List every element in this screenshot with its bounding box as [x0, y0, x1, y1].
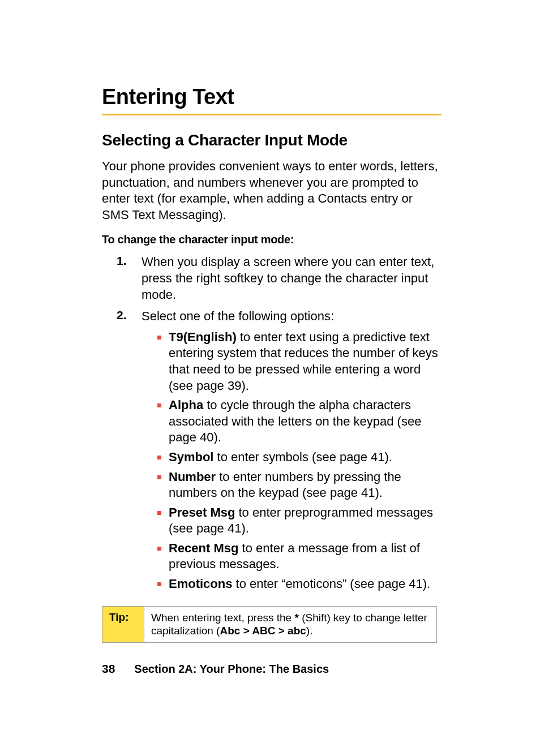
page-heading: Entering Text: [102, 85, 441, 109]
procedure-title: To change the character input mode:: [102, 233, 441, 246]
steps-list: 1. When you display a screen where you c…: [102, 254, 441, 595]
tip-label: Tip:: [102, 607, 144, 643]
intro-paragraph: Your phone provides convenient ways to e…: [102, 158, 441, 223]
page-footer: 38 Section 2A: Your Phone: The Basics: [102, 662, 329, 676]
tip-star: *: [294, 612, 298, 624]
tip-caps: Abc > ABC > abc: [220, 625, 306, 637]
option-bold: Symbol: [169, 450, 213, 464]
option-item: Recent Msg to enter a message from a lis…: [157, 540, 441, 573]
option-bold: Number: [169, 470, 216, 484]
page-number: 38: [102, 662, 115, 676]
footer-section-title: Section 2A: Your Phone: The Basics: [134, 663, 329, 676]
tip-content: When entering text, press the * (Shift) …: [144, 607, 436, 643]
option-bold: T9(English): [169, 330, 237, 344]
tip-text-post: ).: [306, 625, 313, 637]
step-text-inner: Select one of the following options:: [142, 309, 334, 323]
option-rest: to enter “emoticons” (see page 41).: [232, 577, 430, 591]
step-number: 2.: [117, 308, 142, 596]
tip-text-pre: When entering text, press the: [151, 612, 294, 624]
option-item: Number to enter numbers by pressing the …: [157, 469, 441, 501]
option-item: Preset Msg to enter preprogrammed messag…: [157, 505, 441, 537]
option-item: Alpha to cycle through the alpha charact…: [157, 397, 441, 446]
option-item: T9(English) to enter text using a predic…: [157, 329, 441, 394]
options-list: T9(English) to enter text using a predic…: [142, 329, 441, 592]
step-number: 1.: [117, 254, 142, 303]
step-item: 1. When you display a screen where you c…: [117, 254, 441, 303]
step-text: Select one of the following options: T9(…: [142, 308, 441, 596]
option-bold: Emoticons: [169, 577, 232, 591]
step-text: When you display a screen where you can …: [142, 254, 441, 303]
option-item: Symbol to enter symbols (see page 41).: [157, 449, 441, 466]
tip-box: Tip: When entering text, press the * (Sh…: [102, 606, 437, 643]
step-item: 2. Select one of the following options: …: [117, 308, 441, 596]
option-item: Emoticons to enter “emoticons” (see page…: [157, 576, 441, 592]
option-rest: to enter symbols (see page 41).: [213, 450, 392, 464]
option-bold: Alpha: [169, 398, 203, 412]
option-bold: Recent Msg: [169, 541, 238, 555]
option-rest: to cycle through the alpha characters as…: [169, 398, 421, 444]
option-bold: Preset Msg: [169, 505, 235, 519]
section-subheading: Selecting a Character Input Mode: [102, 131, 441, 149]
heading-rule: [102, 114, 442, 115]
